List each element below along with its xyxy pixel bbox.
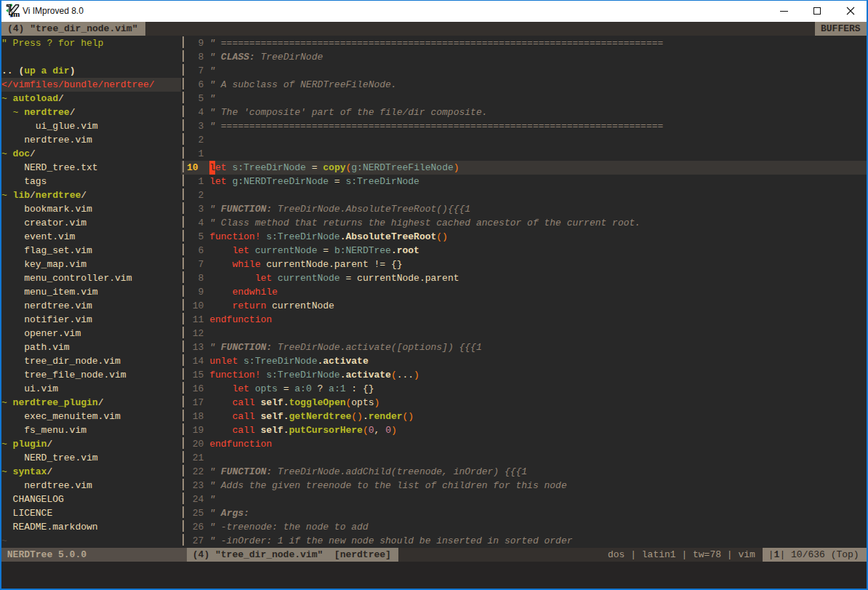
svg-text:im: im	[11, 9, 20, 17]
